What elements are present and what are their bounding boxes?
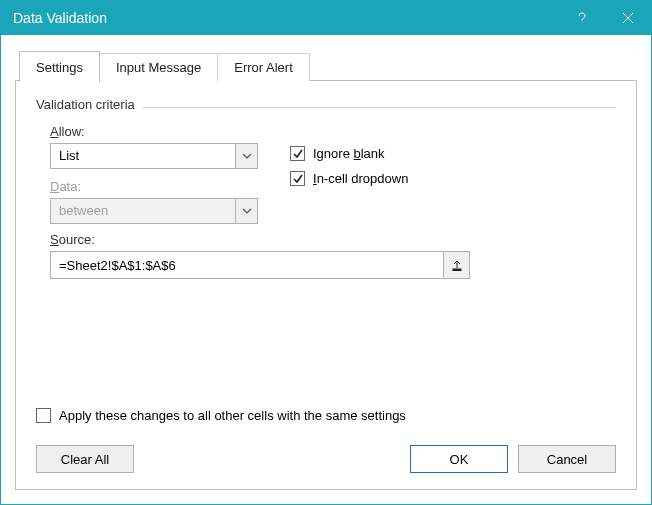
help-button[interactable] — [559, 1, 605, 35]
apply-to-all-checkbox[interactable]: Apply these changes to all other cells w… — [36, 408, 616, 423]
checkbox-box — [290, 146, 305, 161]
data-validation-dialog: Data Validation Settings Input Message E… — [0, 0, 652, 505]
close-button[interactable] — [605, 1, 651, 35]
checkbox-box — [36, 408, 51, 423]
source-label: Source: — [50, 232, 616, 247]
chevron-down-icon — [242, 207, 252, 215]
window-title: Data Validation — [1, 10, 107, 26]
allow-combo-dropdown-button[interactable] — [235, 144, 257, 168]
allow-label: Allow: — [50, 124, 290, 139]
svg-rect-0 — [453, 269, 461, 271]
data-combo-dropdown-button — [235, 199, 257, 223]
validation-criteria-label: Validation criteria — [36, 97, 143, 112]
clear-all-button[interactable]: Clear All — [36, 445, 134, 473]
check-icon — [292, 173, 304, 185]
data-combo: between — [50, 198, 258, 224]
apply-to-all-label: Apply these changes to all other cells w… — [59, 408, 406, 423]
chevron-down-icon — [242, 152, 252, 160]
tab-input-message[interactable]: Input Message — [99, 53, 218, 81]
ignore-blank-checkbox[interactable]: Ignore blank — [290, 146, 616, 161]
in-cell-dropdown-checkbox[interactable]: In-cell dropdown — [290, 171, 616, 186]
ok-button[interactable]: OK — [410, 445, 508, 473]
checkbox-box — [290, 171, 305, 186]
form-grid: Allow: List Data: between — [36, 124, 616, 279]
check-icon — [292, 148, 304, 160]
dialog-body: Settings Input Message Error Alert Valid… — [1, 35, 651, 504]
validation-criteria-header: Validation criteria — [36, 97, 616, 112]
allow-combo[interactable]: List — [50, 143, 258, 169]
source-input-wrap — [50, 251, 470, 279]
collapse-range-icon — [451, 259, 463, 271]
tab-settings[interactable]: Settings — [19, 51, 100, 82]
button-row: Clear All OK Cancel — [36, 445, 616, 473]
range-picker-button[interactable] — [443, 252, 469, 278]
settings-panel: Validation criteria Allow: List Data: — [15, 80, 637, 490]
tab-error-alert[interactable]: Error Alert — [217, 53, 310, 81]
data-label: Data: — [50, 179, 290, 194]
source-input[interactable] — [51, 252, 443, 278]
data-combo-value: between — [51, 199, 235, 223]
titlebar[interactable]: Data Validation — [1, 1, 651, 35]
cancel-button[interactable]: Cancel — [518, 445, 616, 473]
panel-footer: Apply these changes to all other cells w… — [36, 408, 616, 473]
ignore-blank-label: Ignore blank — [313, 146, 385, 161]
tab-strip: Settings Input Message Error Alert — [15, 50, 637, 81]
in-cell-dropdown-label: In-cell dropdown — [313, 171, 408, 186]
allow-combo-value: List — [51, 144, 235, 168]
